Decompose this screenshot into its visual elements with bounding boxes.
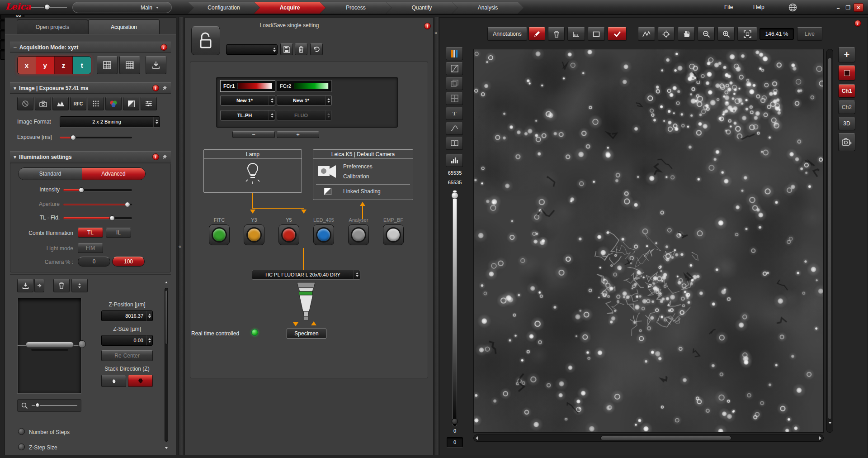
black-point-knob[interactable] (452, 418, 458, 425)
histogram-button[interactable] (52, 97, 69, 110)
z-zoom-knob[interactable] (35, 403, 40, 407)
tab-acquire[interactable]: Acquire (254, 2, 326, 14)
channel-1-button[interactable]: Ch1 (838, 84, 855, 98)
filter-button-y3[interactable] (244, 224, 264, 245)
section-header-acquisition-mode[interactable]: – Acquisition Mode: xyzt i (10, 42, 171, 53)
save-z-button[interactable] (17, 279, 33, 292)
number-of-steps-radio[interactable] (18, 428, 25, 435)
add-view-button[interactable]: + (838, 47, 855, 62)
pan-button[interactable] (678, 27, 695, 41)
mode-z-button[interactable]: z (55, 57, 73, 74)
single-view-button[interactable] (446, 62, 463, 75)
z-drive-knob[interactable] (78, 340, 86, 348)
histogram-panel-button[interactable] (446, 154, 463, 167)
menu-help[interactable]: Help (753, 4, 764, 10)
tab-configuration[interactable]: Configuration (188, 2, 259, 14)
info-icon[interactable]: i (152, 85, 159, 91)
z-size-value[interactable]: 0.00 (101, 335, 153, 346)
z-position-visual[interactable] (17, 298, 81, 394)
stepper[interactable] (146, 311, 152, 321)
intensity-scale-track[interactable] (453, 190, 457, 426)
annotations-button[interactable]: Annotations (487, 27, 527, 41)
apply-annotation-button[interactable] (608, 27, 627, 41)
zoom-percent-display[interactable]: 146.41 % (760, 28, 794, 40)
scroll-up-arrow[interactable] (829, 51, 831, 57)
fit-to-window-button[interactable] (737, 27, 757, 41)
fcr2-setting-dropdown[interactable]: New 1* (277, 95, 332, 105)
draw-annotation-button[interactable] (528, 27, 545, 41)
section-header-image-exposure[interactable]: ▾ Image | Exposure 57.41 ms i (10, 82, 171, 94)
vertical-scrollbar[interactable] (826, 49, 833, 433)
apply-z-button[interactable] (34, 279, 44, 292)
info-icon[interactable]: i (152, 153, 159, 160)
stack-direction-down-button[interactable] (128, 375, 153, 387)
fcr2-mode-dropdown[interactable]: FLUO (277, 110, 332, 120)
recenter-button[interactable]: Re-Center (101, 350, 153, 361)
stop-button[interactable] (838, 65, 855, 81)
horizontal-scroll-thumb[interactable] (600, 436, 731, 440)
z-zoom-track[interactable] (32, 405, 77, 406)
camera-percent-left[interactable]: 0 (78, 257, 110, 267)
filter-button-y5[interactable] (278, 224, 299, 245)
filter-button-fitc[interactable] (209, 224, 230, 245)
menu-file[interactable]: File (724, 4, 733, 10)
il-button[interactable]: IL (106, 228, 131, 238)
rfc-button[interactable]: RFC (70, 97, 86, 110)
live-image[interactable] (473, 49, 824, 433)
white-point-knob[interactable] (451, 192, 458, 199)
z-stepper-button[interactable] (71, 279, 88, 292)
fcr1-mode-dropdown[interactable]: TL-PH (220, 110, 275, 120)
capture-image-button[interactable] (838, 133, 855, 151)
specimen-button[interactable]: Specimen (287, 329, 326, 339)
zoom-out-button[interactable] (698, 27, 715, 41)
center-collapse-strip[interactable]: « (434, 17, 439, 455)
left-panel-scroll-up[interactable] (162, 278, 171, 287)
lamp-box[interactable]: Lamp (203, 149, 302, 193)
shading-button[interactable] (123, 97, 139, 110)
scale-bar-button[interactable] (567, 27, 585, 41)
fcr1-setting-dropdown[interactable]: New 1* (220, 95, 275, 105)
stepper[interactable] (325, 95, 331, 105)
setting-dropdown[interactable] (226, 44, 278, 55)
intensity-slider-knob[interactable] (79, 187, 84, 193)
camera-off-button[interactable] (17, 97, 33, 110)
gallery-button[interactable] (446, 137, 463, 150)
camera-percent-right[interactable]: 100 (112, 257, 145, 267)
snapshot-button[interactable] (35, 97, 51, 110)
filter-button-analyser[interactable] (348, 224, 369, 245)
tab-analysis[interactable]: Analysis (452, 2, 524, 14)
autosave-button[interactable] (146, 56, 166, 74)
gamma-curve-button[interactable] (446, 122, 463, 135)
mode-y-button[interactable]: y (36, 57, 55, 74)
preferences-link[interactable]: Preferences (343, 163, 373, 170)
tile-scan-button[interactable] (97, 56, 118, 74)
left-panel-scrollbar[interactable] (165, 288, 168, 442)
channel-tab-fcr1[interactable]: FCr1 (220, 80, 275, 92)
brightness-slider-knob[interactable] (44, 4, 50, 10)
stepper[interactable] (146, 335, 152, 345)
delete-setting-button[interactable] (295, 43, 307, 55)
tab-quantify[interactable]: Quantify (386, 2, 458, 14)
stepper[interactable] (325, 110, 331, 120)
info-icon[interactable]: i (424, 23, 431, 29)
main-menu-dropdown[interactable]: Main (72, 2, 172, 13)
channel-2-button[interactable]: Ch2 (838, 100, 855, 114)
stepper[interactable] (271, 45, 277, 54)
left-panel-scroll-down[interactable] (162, 444, 171, 453)
live-button[interactable]: Live (797, 27, 822, 41)
tl-fld-slider-knob[interactable] (109, 215, 115, 221)
mode-t-button[interactable]: t (73, 57, 91, 74)
info-icon[interactable]: i (160, 44, 167, 51)
color-mode-button[interactable] (105, 97, 122, 110)
z-step-size-radio[interactable] (18, 444, 25, 450)
lock-button[interactable] (191, 26, 220, 55)
channel-tab-fcr2[interactable]: FCr2 (277, 80, 332, 92)
mode-x-button[interactable]: x (18, 57, 36, 74)
lut-button[interactable] (446, 47, 463, 60)
z-position-value[interactable]: 8016.37 (101, 310, 153, 321)
linked-shading-link[interactable]: Linked Shading (343, 188, 381, 195)
zoom-in-button[interactable] (717, 27, 735, 41)
section-header-illumination[interactable]: ▾ Illumination settings i (10, 151, 171, 162)
globe-icon[interactable] (788, 3, 797, 12)
pin-icon[interactable] (162, 86, 167, 91)
